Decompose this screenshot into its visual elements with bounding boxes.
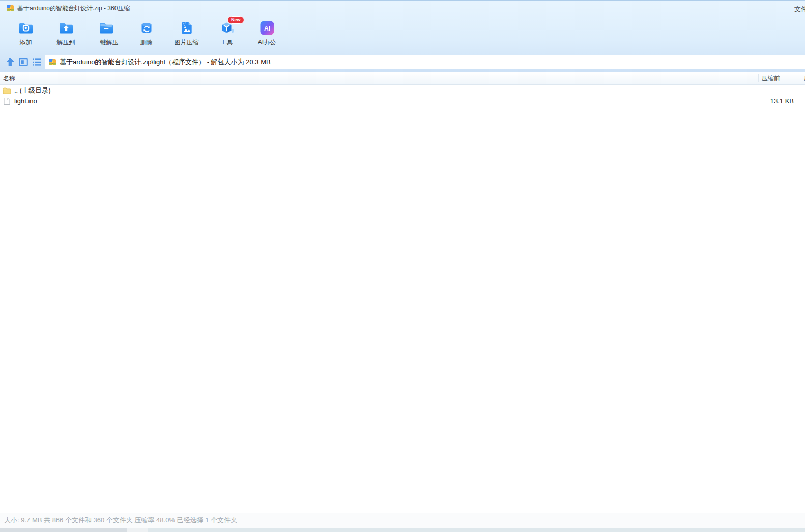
taskbar-segment (148, 528, 805, 532)
current-path: 基于arduino的智能台灯设计.zip\light（程序文件） - 解包大小为… (60, 57, 271, 67)
taskbar-sliver[interactable] (0, 528, 805, 532)
file-size-before: 13.1 KB (770, 97, 794, 105)
toolbar-button-delete[interactable]: 删除 (126, 16, 166, 53)
title-bar: 基于arduino的智能台灯设计.zip - 360压缩 文件 (0, 1, 805, 16)
new-badge: New (227, 16, 244, 24)
taskbar-segment (127, 528, 148, 532)
toolbar-button-add[interactable]: 添加 (6, 16, 46, 53)
list-column-header: 名称 压缩前 压缩后 (0, 72, 805, 85)
file-name: light.ino (14, 97, 37, 105)
app-window: 基于arduino的智能台灯设计.zip - 360压缩 文件 添加 (0, 0, 805, 532)
toolbar-label: 一键解压 (94, 38, 119, 47)
list-item-parent-directory[interactable]: .. (上级目录) (0, 85, 805, 96)
icon-view-icon (18, 56, 29, 68)
toolbar-button-tools[interactable]: 工具 New (207, 16, 247, 53)
file-menu[interactable]: 文件 (794, 5, 805, 14)
file-name: .. (上级目录) (14, 86, 51, 95)
list-item-file[interactable]: light.ino 13.1 KB (0, 96, 805, 106)
toolbar-button-extract-to[interactable]: 解压到 (46, 16, 86, 53)
column-header-name[interactable]: 名称 (3, 72, 15, 84)
extract-to-folder-icon (58, 20, 74, 36)
window-chrome: 基于arduino的智能台灯设计.zip - 360压缩 文件 添加 (0, 0, 805, 72)
toolbar-label: 工具 (221, 38, 233, 47)
add-folder-icon (18, 20, 34, 36)
toolbar: 添加 解压到 一键解压 (6, 16, 287, 53)
archive-file-icon (48, 58, 56, 66)
toolbar-label: 图片压缩 (175, 38, 199, 47)
one-click-extract-icon (98, 20, 114, 36)
toolbar-label: 解压到 (57, 38, 75, 47)
toolbar-label: AI办公 (258, 38, 276, 47)
toolbar-label: 删除 (140, 38, 153, 47)
up-arrow-icon (5, 56, 16, 68)
address-bar[interactable]: 基于arduino的智能台灯设计.zip\light（程序文件） - 解包大小为… (45, 55, 805, 69)
ai-office-icon: AI (259, 20, 275, 36)
taskbar-segment (0, 528, 127, 532)
column-header-size-before[interactable]: 压缩前 (762, 72, 780, 84)
toolbar-button-one-click-extract[interactable]: 一键解压 (86, 16, 126, 53)
window-title: 基于arduino的智能台灯设计.zip - 360压缩 (17, 4, 130, 13)
archive-file-icon (6, 4, 14, 12)
status-bar: 大小: 9.7 MB 共 866 个文件和 360 个文件夹 压缩率 48.0%… (0, 513, 805, 528)
toolbar-button-image-compress[interactable]: 图片压缩 (166, 16, 207, 53)
toolbar-button-ai-office[interactable]: AI AI办公 (247, 16, 287, 53)
list-view-button[interactable] (31, 56, 42, 68)
status-text: 大小: 9.7 MB 共 866 个文件和 360 个文件夹 压缩率 48.0%… (4, 516, 237, 524)
file-icon (3, 97, 11, 105)
column-separator[interactable] (803, 74, 803, 82)
list-view-icon (31, 56, 42, 68)
up-directory-button[interactable] (5, 56, 16, 68)
delete-trash-icon (138, 20, 155, 36)
svg-text:AI: AI (264, 25, 270, 32)
image-compress-icon (179, 20, 195, 36)
folder-icon (3, 86, 11, 95)
icon-view-button[interactable] (18, 56, 29, 68)
column-separator[interactable] (758, 74, 759, 82)
toolbar-label: 添加 (20, 38, 32, 47)
